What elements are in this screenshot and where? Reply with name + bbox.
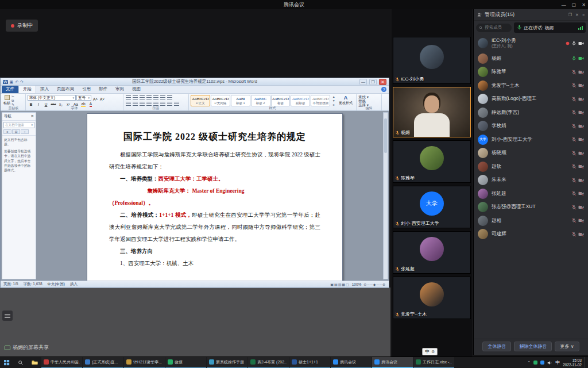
member-row[interactable]: 李枚娟: [474, 120, 588, 133]
edit-item-查找[interactable]: 查找 ▾: [358, 95, 380, 99]
document-page[interactable]: 国际工学院 2022 级硕士研究生培养的规定 根据国际工学院与詹姆斯库克大学联合…: [87, 113, 343, 281]
word-minimize-icon[interactable]: —: [359, 79, 367, 85]
font-name-value: 宋体 (中文正文): [29, 95, 55, 101]
taskbar-search-icon[interactable]: [14, 360, 28, 366]
taskbar-app-工作日志.xlsx -...[interactable]: 工作日志.xlsx -...: [413, 357, 454, 368]
font-name-select[interactable]: 宋体 (中文正文) ▾: [28, 95, 76, 101]
member-row[interactable]: 静远殿(李宫): [474, 106, 588, 120]
member-row[interactable]: 党发宁--土木: [474, 79, 588, 93]
member-row[interactable]: 杨晓顺: [474, 147, 588, 160]
wechat-tray-icon[interactable]: [533, 361, 537, 365]
close-icon[interactable]: ✕: [582, 2, 586, 7]
taskbar-app-腾讯会议[interactable]: 腾讯会议: [372, 357, 413, 368]
word-statusbar: 页面: 1/5字数: 1,638中文(中国)插入 ▣▤▥▦▢ 100% ⊖──◆…: [1, 281, 389, 288]
cut-icon[interactable]: ✂: [11, 95, 14, 98]
member-row[interactable]: 司建辉: [474, 228, 588, 241]
word-tab-审阅[interactable]: 审阅: [111, 86, 128, 93]
copy-icon[interactable]: ⧉: [11, 99, 14, 102]
taskbar-app-中华人民共和国...[interactable]: 中华人民共和国...: [41, 357, 82, 368]
start-button[interactable]: [0, 360, 14, 366]
style-chip[interactable]: AaBbC标题 2: [251, 95, 270, 106]
indent-icon[interactable]: [153, 95, 159, 101]
maximize-icon[interactable]: ▢: [572, 2, 577, 7]
member-row[interactable]: 杨媚: [474, 52, 588, 66]
member-row[interactable]: 赵钦: [474, 160, 588, 174]
volume-icon[interactable]: [547, 361, 552, 365]
taskbar-app-腾讯会议[interactable]: 腾讯会议: [331, 357, 372, 368]
meeting-sidebar-toggle-icon[interactable]: [2, 310, 13, 321]
word-restore-icon[interactable]: ❐: [369, 79, 377, 85]
video-thumbnail[interactable]: 党发宁--土木: [393, 277, 471, 319]
taskbar-app-表2-4布置 (202...[interactable]: 表2-4布置 (202...: [248, 357, 289, 368]
multilevel-list-icon[interactable]: [139, 95, 145, 101]
mic-mute-icon: [571, 110, 577, 115]
sort-icon[interactable]: [160, 95, 166, 101]
taskbar-app-硕士1+1+1[interactable]: 硕士1+1+1: [289, 357, 330, 368]
mute-all-button[interactable]: 全体静音: [482, 342, 511, 351]
word-tab-页面布局[interactable]: 页面布局: [53, 86, 78, 93]
scrollbar-thumb[interactable]: [384, 118, 387, 153]
numbering-icon[interactable]: [132, 95, 138, 101]
shrink-font-icon[interactable]: A˅: [99, 97, 106, 102]
ime-indicator[interactable]: 中 ⚙: [422, 348, 438, 355]
style-chip[interactable]: AaBbCcD标题: [271, 95, 291, 106]
word-tab-文件[interactable]: 文件: [2, 86, 18, 93]
member-row[interactable]: 朱未来: [474, 174, 588, 187]
video-thumbnail[interactable]: 陈雅琴: [393, 140, 471, 183]
member-row[interactable]: 陈雅琴: [474, 66, 588, 79]
taskbar-app-(正式系统)直...[interactable]: (正式系统)直...: [83, 357, 123, 368]
member-row[interactable]: 张志强@西理工XUT: [474, 201, 588, 214]
member-avatar: [478, 202, 488, 212]
panel-popout-icon[interactable]: ❐: [568, 13, 572, 17]
video-thumbnail[interactable]: IEC-刘小勇: [393, 37, 471, 84]
member-row[interactable]: 高新勤(Logo)-西理工: [474, 93, 588, 106]
taskbar-app-新系统操作手册[interactable]: 新系统操作手册: [207, 357, 247, 368]
bullets-icon[interactable]: [125, 95, 131, 101]
minimize-icon[interactable]: —: [562, 2, 566, 7]
video-thumbnail[interactable]: 杨媚: [393, 87, 471, 137]
style-chip[interactable]: AaBbCcD副标题: [291, 95, 310, 106]
style-chip[interactable]: AaBbCcD不明显强调: [311, 95, 330, 106]
show-desktop-strip[interactable]: [585, 357, 586, 368]
word-tab-插入[interactable]: 插入: [36, 86, 53, 93]
style-chip[interactable]: AaBbCcD↵无间隔: [211, 95, 230, 106]
word-tab-开始[interactable]: 开始: [18, 85, 36, 93]
tray-clock[interactable]: 15:03 2022-11-02: [563, 358, 582, 367]
member-row[interactable]: IEC-刘小勇(主持人, 我): [474, 34, 588, 52]
taskbar-app-微信[interactable]: 微信: [165, 357, 206, 368]
member-row[interactable]: 张延超: [474, 187, 588, 201]
word-close-icon[interactable]: ✕: [379, 79, 386, 85]
outdent-icon[interactable]: [146, 95, 152, 101]
panel-menu-icon[interactable]: ≡: [582, 13, 585, 17]
style-chip[interactable]: AaBbCcD↵正文: [191, 95, 210, 106]
ime-tray-label[interactable]: 中: [555, 359, 560, 366]
document-search-input[interactable]: 在文档中搜索 ▾: [3, 122, 34, 128]
document-scrollbar[interactable]: [383, 112, 388, 279]
taskbar-app-计H211谢华李...[interactable]: 计H211谢华李...: [124, 357, 165, 368]
show-marks-icon[interactable]: [167, 95, 173, 101]
paste-button[interactable]: 粘贴: [3, 95, 10, 106]
zoom-slider[interactable]: ⊖──◆──⊕: [363, 282, 386, 286]
styles-gallery-scroll[interactable]: ▲▼≡: [331, 95, 336, 106]
unmute-all-button[interactable]: 解除全体静音: [514, 342, 552, 351]
video-thumbnail[interactable]: 张延超: [393, 231, 471, 274]
change-styles-button[interactable]: A 更改样式: [337, 95, 354, 106]
meeting-tray-icon[interactable]: [540, 361, 544, 365]
video-thumbnail[interactable]: 大学刘小-西安理工大学: [393, 186, 471, 228]
navigation-pane-close-icon[interactable]: ✕: [31, 114, 34, 119]
edit-item-替换[interactable]: 替换: [358, 99, 380, 103]
navigation-pane-tabs[interactable]: ≡▤○: [2, 129, 36, 136]
help-icon[interactable]: ?: [381, 87, 386, 92]
panel-close-icon[interactable]: ✕: [575, 13, 579, 17]
word-tab-视图[interactable]: 视图: [128, 86, 145, 93]
ime-mode-label: 中: [425, 348, 430, 355]
member-row[interactable]: 赵相: [474, 214, 588, 228]
style-chip[interactable]: AaBl标题 1: [231, 95, 250, 106]
member-row[interactable]: 大学刘小-西安理工大学: [474, 133, 588, 147]
member-search-input[interactable]: 搜索成员: [476, 24, 512, 32]
view-mode-icons[interactable]: ▣▤▥▦▢: [330, 282, 349, 286]
more-button[interactable]: 更多 ∨: [555, 342, 579, 351]
font-size-select[interactable]: 五号 ▾: [76, 95, 91, 101]
tray-chevron-icon[interactable]: ⌃: [527, 361, 531, 365]
file-explorer-icon[interactable]: [28, 360, 41, 365]
